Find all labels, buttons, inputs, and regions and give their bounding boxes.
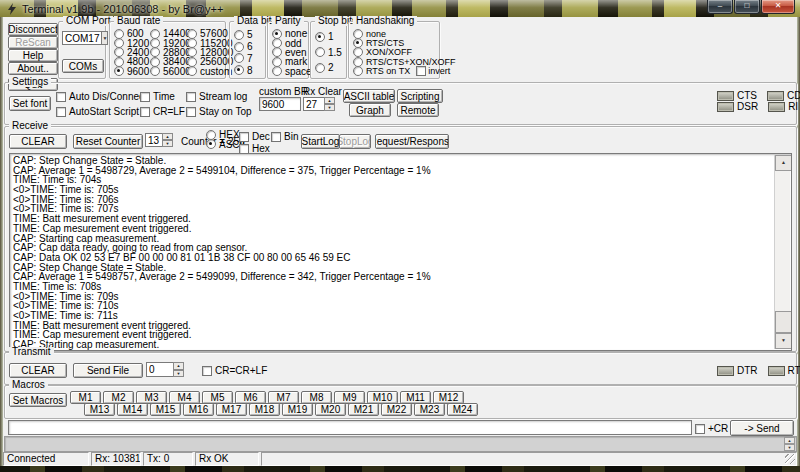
data-bits-option-5[interactable]: 5: [234, 29, 253, 41]
macro-button-m15[interactable]: M15: [150, 403, 181, 416]
invert-checkbox[interactable]: invert: [416, 66, 450, 76]
macro-button-m16[interactable]: M16: [183, 403, 214, 416]
baud-option-56000[interactable]: 56000: [150, 67, 191, 76]
macro-button-m21[interactable]: M21: [348, 403, 379, 416]
baud-option-custom[interactable]: custom: [187, 67, 233, 76]
handshaking-option-rts-on-tx[interactable]: RTS on TXinvert: [353, 67, 456, 76]
scroll-up-icon[interactable]: ▲: [784, 437, 795, 444]
stop-bits-option-1[interactable]: 1: [315, 29, 342, 45]
transmit-multiline-bar[interactable]: ▲ ▼: [4, 436, 797, 452]
scrollbar-thumb[interactable]: [775, 311, 792, 333]
checkbox-cr-cr-lf[interactable]: CR=CR+LF: [202, 365, 267, 376]
spin-down-icon[interactable]: ▼: [324, 104, 335, 111]
stop-bits-option-1-5[interactable]: 1.5: [315, 45, 342, 61]
macro-button-m22[interactable]: M22: [381, 403, 412, 416]
startlog-button[interactable]: StartLog: [301, 134, 340, 149]
minimize-button[interactable]: –: [707, 0, 733, 14]
stop-bits-option-label: 1: [328, 31, 334, 42]
custom-br-input[interactable]: [259, 97, 301, 111]
macro-button-m18[interactable]: M18: [249, 403, 280, 416]
transmit-delay-value[interactable]: [146, 362, 173, 377]
com-port-select[interactable]: COM17 ▼: [62, 31, 102, 45]
handshaking-label: Handshaking: [353, 16, 417, 26]
checkbox-auto-dis-connect[interactable]: Auto Dis/Connect: [56, 91, 147, 102]
macro-button-m20[interactable]: M20: [315, 403, 346, 416]
data-bits-option-8[interactable]: 8: [234, 64, 253, 76]
radio-icon: [315, 63, 325, 73]
reset-counter-button[interactable]: Reset Counter: [73, 134, 143, 149]
stop-bits-option-2[interactable]: 2: [315, 60, 342, 76]
remote-button[interactable]: Remote: [397, 103, 439, 117]
counter-spinner-value[interactable]: [145, 133, 162, 147]
macro-button-m13[interactable]: M13: [84, 403, 115, 416]
receive-terminal[interactable]: CAP: Step Change State = Stable.CAP: Ave…: [9, 153, 792, 351]
spin-up-icon[interactable]: ▲: [173, 362, 184, 370]
send-button[interactable]: -> Send: [730, 420, 794, 436]
receive-clear-button[interactable]: CLEAR: [9, 134, 67, 149]
spin-up-icon[interactable]: ▲: [324, 97, 335, 104]
status-panel-4: Rx OK: [195, 452, 259, 466]
parity-option-space[interactable]: space: [272, 67, 312, 76]
send-input[interactable]: [8, 420, 692, 435]
ascii-table-button[interactable]: ASCII table: [343, 89, 395, 103]
rx-clear-value[interactable]: [303, 97, 324, 111]
handshaking-option-xon-xoff[interactable]: XON/XOFF: [353, 48, 456, 57]
ri-led-label: RI: [788, 101, 798, 112]
request-response-button[interactable]: Request/Response: [375, 134, 449, 149]
handshaking-option-rts-cts-xon-xoff[interactable]: RTS/CTS+XON/XOFF: [353, 57, 456, 66]
rts-led[interactable]: [768, 366, 785, 376]
send-file-button[interactable]: Send File: [73, 363, 143, 378]
coms-button[interactable]: COMs: [62, 59, 104, 73]
checkbox-label: AutoStart Script: [69, 106, 139, 117]
macro-button-m23[interactable]: M23: [414, 403, 445, 416]
spin-down-icon[interactable]: ▼: [173, 370, 184, 378]
radio-icon: [234, 65, 244, 75]
checkbox-plus-cr[interactable]: +CR: [695, 423, 728, 434]
baud-rate-group: Baud rate 6001200240048009600 1440019200…: [109, 21, 226, 79]
radio-icon: [315, 32, 325, 42]
radio-icon: [234, 53, 244, 63]
checkbox-cr-lf[interactable]: CR=LF: [140, 106, 185, 117]
disconnect-button[interactable]: Disconnect: [8, 23, 58, 36]
set-macros-button[interactable]: Set Macros: [9, 393, 67, 407]
data-bits-option-6[interactable]: 6: [234, 41, 253, 53]
about-button[interactable]: About..: [8, 62, 58, 75]
data-bits-option-7[interactable]: 7: [234, 53, 253, 65]
macro-button-m17[interactable]: M17: [216, 403, 247, 416]
macro-button-m24[interactable]: M24: [447, 403, 478, 416]
rescan-button[interactable]: ReScan: [8, 36, 58, 49]
chevron-down-icon[interactable]: ▼: [101, 31, 108, 45]
scripting-button[interactable]: Scripting: [397, 89, 443, 103]
custom-br-label: custom BR: [259, 86, 308, 97]
checkbox-stream-log[interactable]: Stream log: [186, 91, 252, 102]
macro-button-m14[interactable]: M14: [117, 403, 148, 416]
baud-option-9600[interactable]: 9600: [114, 67, 149, 76]
data-bits-option-label: 7: [247, 53, 253, 64]
cd-led: [767, 91, 784, 101]
graph-button[interactable]: Graph: [349, 103, 391, 117]
checkbox-time[interactable]: Time: [140, 91, 185, 102]
scroll-up-icon[interactable]: ▲: [775, 155, 792, 171]
checkbox-dec[interactable]: Dec: [239, 131, 270, 142]
spin-up-icon[interactable]: ▲: [162, 133, 173, 140]
spin-down-icon[interactable]: ▼: [162, 140, 173, 147]
macro-button-m19[interactable]: M19: [282, 403, 313, 416]
checkbox-label: Stay on Top: [199, 106, 252, 117]
transmit-clear-button[interactable]: CLEAR: [9, 363, 67, 378]
close-button[interactable]: ✕: [761, 0, 795, 14]
radio-icon: [272, 47, 282, 57]
handshaking-option-rts-cts[interactable]: RTS/CTS: [353, 38, 456, 47]
resize-grip[interactable]: [785, 454, 795, 464]
checkbox-autostart-script[interactable]: AutoStart Script: [56, 106, 147, 117]
help-button[interactable]: Help: [8, 49, 58, 62]
checkbox-stay-on-top[interactable]: Stay on Top: [186, 106, 252, 117]
maximize-button[interactable]: □: [734, 0, 760, 14]
receive-scrollbar[interactable]: ▲ ▼: [774, 155, 790, 349]
handshaking-option-none[interactable]: none: [353, 29, 456, 38]
scroll-down-icon[interactable]: ▼: [775, 333, 792, 349]
checkbox-bin[interactable]: Bin: [271, 131, 298, 142]
set-font-button[interactable]: Set font: [9, 96, 51, 111]
stoplog-button[interactable]: StopLog: [339, 134, 371, 149]
scroll-down-icon[interactable]: ▼: [784, 444, 795, 451]
dtr-led[interactable]: [717, 366, 734, 376]
